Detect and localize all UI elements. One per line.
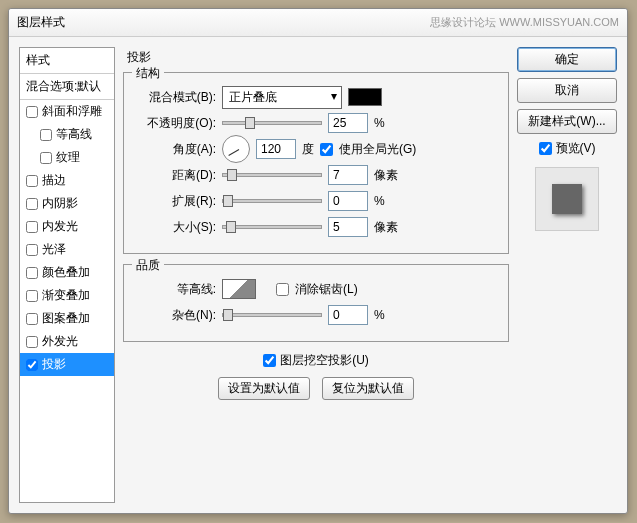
opacity-slider[interactable]	[222, 121, 322, 125]
ok-button[interactable]: 确定	[517, 47, 617, 72]
distance-label: 距离(D):	[136, 167, 216, 184]
preview-checkbox[interactable]	[539, 142, 552, 155]
checkbox[interactable]	[26, 359, 38, 371]
spread-input[interactable]	[328, 191, 368, 211]
noise-input[interactable]	[328, 305, 368, 325]
global-light-label: 使用全局光(G)	[339, 141, 416, 158]
global-light-checkbox[interactable]	[320, 143, 333, 156]
checkbox[interactable]	[26, 244, 38, 256]
checkbox[interactable]	[40, 129, 52, 141]
layer-style-dialog: 图层样式 思缘设计论坛 WWW.MISSYUAN.COM 样式 混合选项:默认 …	[8, 8, 628, 514]
size-unit: 像素	[374, 219, 398, 236]
list-item-inner-shadow[interactable]: 内阴影	[20, 192, 114, 215]
angle-input[interactable]	[256, 139, 296, 159]
checkbox[interactable]	[26, 106, 38, 118]
size-label: 大小(S):	[136, 219, 216, 236]
list-item-outer-glow[interactable]: 外发光	[20, 330, 114, 353]
new-style-button[interactable]: 新建样式(W)...	[517, 109, 617, 134]
knockout-checkbox[interactable]	[263, 354, 276, 367]
settings-panel: 投影 结构 混合模式(B): 正片叠底 不透明度(O): % 角度(A):	[123, 47, 509, 503]
blend-mode-select[interactable]: 正片叠底	[222, 86, 342, 109]
angle-dial[interactable]	[222, 135, 250, 163]
opacity-input[interactable]	[328, 113, 368, 133]
quality-legend: 品质	[132, 257, 164, 274]
reset-default-button[interactable]: 复位为默认值	[322, 377, 414, 400]
angle-unit: 度	[302, 141, 314, 158]
preview-swatch	[552, 184, 582, 214]
list-item-stroke[interactable]: 描边	[20, 169, 114, 192]
checkbox[interactable]	[26, 336, 38, 348]
preview-label: 预览(V)	[556, 140, 596, 157]
dialog-title: 图层样式	[17, 14, 65, 31]
angle-label: 角度(A):	[136, 141, 216, 158]
contour-picker[interactable]	[222, 279, 256, 299]
structure-legend: 结构	[132, 65, 164, 82]
list-item-texture[interactable]: 纹理	[20, 146, 114, 169]
styles-header: 样式	[20, 48, 114, 74]
cancel-button[interactable]: 取消	[517, 78, 617, 103]
opacity-unit: %	[374, 116, 398, 130]
contour-label: 等高线:	[136, 281, 216, 298]
distance-input[interactable]	[328, 165, 368, 185]
section-title: 投影	[123, 47, 509, 72]
checkbox[interactable]	[40, 152, 52, 164]
set-default-button[interactable]: 设置为默认值	[218, 377, 310, 400]
distance-slider[interactable]	[222, 173, 322, 177]
size-slider[interactable]	[222, 225, 322, 229]
titlebar: 图层样式 思缘设计论坛 WWW.MISSYUAN.COM	[9, 9, 627, 37]
spread-slider[interactable]	[222, 199, 322, 203]
list-item-inner-glow[interactable]: 内发光	[20, 215, 114, 238]
distance-unit: 像素	[374, 167, 398, 184]
styles-list: 样式 混合选项:默认 斜面和浮雕 等高线 纹理 描边 内阴影 内发光 光泽 颜色…	[19, 47, 115, 503]
preview-box	[535, 167, 599, 231]
spread-unit: %	[374, 194, 398, 208]
antialias-label: 消除锯齿(L)	[295, 281, 358, 298]
knockout-label: 图层挖空投影(U)	[280, 352, 369, 369]
blending-options[interactable]: 混合选项:默认	[20, 74, 114, 100]
watermark: 思缘设计论坛 WWW.MISSYUAN.COM	[430, 15, 619, 30]
list-item-drop-shadow[interactable]: 投影	[20, 353, 114, 376]
structure-fieldset: 结构 混合模式(B): 正片叠底 不透明度(O): % 角度(A): 度	[123, 72, 509, 254]
checkbox[interactable]	[26, 221, 38, 233]
list-item-satin[interactable]: 光泽	[20, 238, 114, 261]
checkbox[interactable]	[26, 198, 38, 210]
quality-fieldset: 品质 等高线: 消除锯齿(L) 杂色(N): %	[123, 264, 509, 342]
color-swatch[interactable]	[348, 88, 382, 106]
checkbox[interactable]	[26, 175, 38, 187]
antialias-checkbox[interactable]	[276, 283, 289, 296]
list-item-pattern-overlay[interactable]: 图案叠加	[20, 307, 114, 330]
right-panel: 确定 取消 新建样式(W)... 预览(V)	[517, 47, 617, 503]
list-item-contour[interactable]: 等高线	[20, 123, 114, 146]
noise-unit: %	[374, 308, 398, 322]
blend-mode-label: 混合模式(B):	[136, 89, 216, 106]
list-item-gradient-overlay[interactable]: 渐变叠加	[20, 284, 114, 307]
size-input[interactable]	[328, 217, 368, 237]
checkbox[interactable]	[26, 267, 38, 279]
list-item-bevel[interactable]: 斜面和浮雕	[20, 100, 114, 123]
noise-label: 杂色(N):	[136, 307, 216, 324]
noise-slider[interactable]	[222, 313, 322, 317]
spread-label: 扩展(R):	[136, 193, 216, 210]
opacity-label: 不透明度(O):	[136, 115, 216, 132]
checkbox[interactable]	[26, 290, 38, 302]
checkbox[interactable]	[26, 313, 38, 325]
list-item-color-overlay[interactable]: 颜色叠加	[20, 261, 114, 284]
